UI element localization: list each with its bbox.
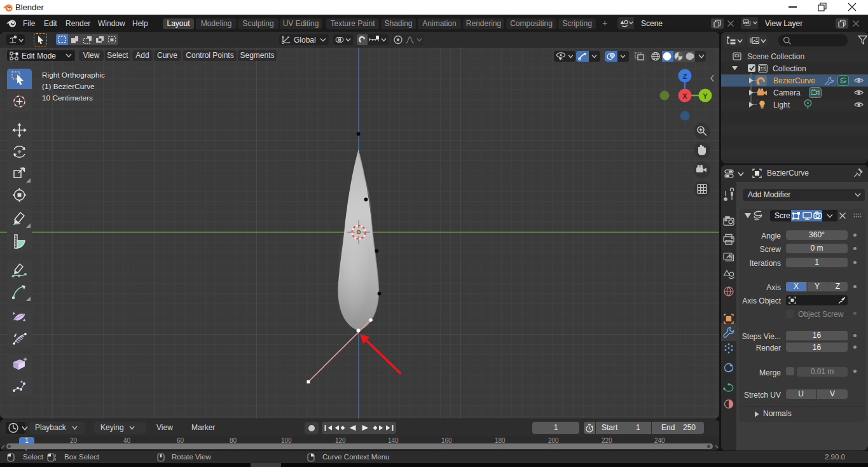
svg-text:Z: Z: [683, 73, 687, 80]
svg-text:Y: Y: [703, 92, 708, 100]
svg-text:X: X: [682, 92, 687, 100]
